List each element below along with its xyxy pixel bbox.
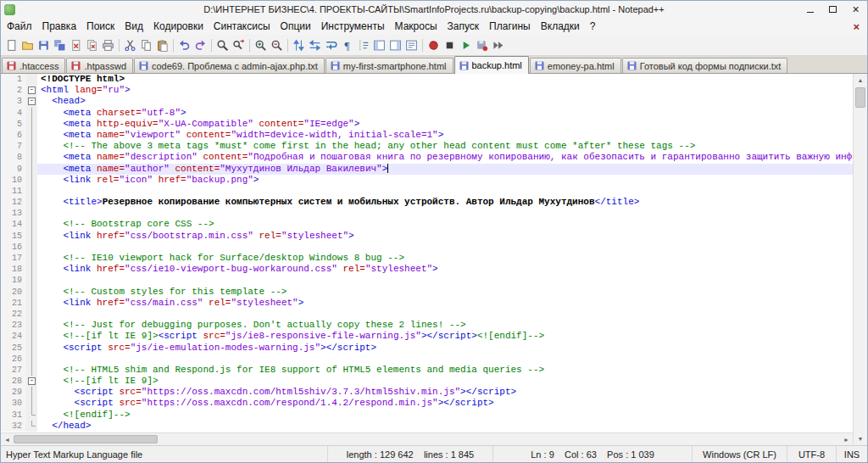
new-file-button[interactable] bbox=[3, 37, 19, 53]
maximize-button[interactable] bbox=[821, 1, 844, 18]
replace-button[interactable] bbox=[231, 37, 247, 53]
code-line-text[interactable]: <!-- Just for debugging purposes. Don't … bbox=[37, 320, 853, 331]
sync-vertical-scroll-button[interactable] bbox=[291, 37, 307, 53]
code-line-text[interactable]: <!-- Bootstrap core CSS --> bbox=[37, 219, 853, 230]
menu-tabs[interactable]: Вкладки bbox=[536, 19, 585, 34]
fold-collapse-icon[interactable]: - bbox=[28, 98, 36, 105]
horizontal-scroll-thumb[interactable] bbox=[14, 435, 158, 443]
code-line-text[interactable]: <!-- Custom styles for this template --> bbox=[37, 287, 853, 298]
code-line-text[interactable]: <!DOCTYPE html> bbox=[37, 74, 853, 85]
save-button[interactable] bbox=[36, 37, 52, 53]
code-area[interactable]: 1<!DOCTYPE html>2-<html lang="ru">3- <he… bbox=[1, 74, 853, 432]
code-line-text[interactable]: <head> bbox=[37, 96, 853, 107]
menu-encoding[interactable]: Кодировки bbox=[148, 19, 209, 34]
print-button[interactable] bbox=[100, 37, 116, 53]
code-line-text[interactable]: <html lang="ru"> bbox=[37, 85, 853, 96]
menu-edit[interactable]: Правка bbox=[37, 19, 82, 34]
save-all-button[interactable] bbox=[52, 37, 68, 53]
status-encoding[interactable]: UTF-8 bbox=[787, 446, 837, 462]
macro-record-button[interactable] bbox=[426, 37, 442, 53]
redo-button[interactable] bbox=[192, 37, 209, 53]
scroll-down-arrow-icon[interactable]: ▼ bbox=[854, 432, 867, 445]
code-line-text[interactable] bbox=[37, 186, 853, 197]
horizontal-scrollbar[interactable]: ◄ ► bbox=[1, 432, 853, 445]
sync-horizontal-scroll-button[interactable] bbox=[307, 37, 323, 53]
open-button[interactable] bbox=[19, 37, 36, 53]
zoom-out-button[interactable] bbox=[269, 37, 285, 53]
code-line-text[interactable] bbox=[37, 309, 853, 320]
doc-switcher-button[interactable] bbox=[403, 37, 420, 53]
document-map-button[interactable] bbox=[387, 37, 403, 53]
code-line-text[interactable] bbox=[37, 275, 853, 286]
scroll-left-arrow-icon[interactable]: ◄ bbox=[1, 433, 14, 445]
close-button[interactable] bbox=[68, 37, 84, 53]
code-line-text[interactable] bbox=[37, 354, 853, 365]
menu-tools[interactable]: Инструменты bbox=[316, 19, 390, 34]
fold-collapse-icon[interactable]: - bbox=[28, 377, 36, 385]
minimize-button[interactable] bbox=[798, 1, 821, 18]
fold-collapse-icon[interactable]: - bbox=[28, 86, 36, 94]
code-line-text[interactable]: <meta http-equiv="X-UA-Compatible" conte… bbox=[37, 119, 853, 130]
menubar-close-icon[interactable]: × bbox=[849, 20, 863, 33]
code-line-text[interactable]: <![endif]--> bbox=[37, 410, 853, 421]
code-line-text[interactable]: </head> bbox=[37, 421, 853, 432]
code-line-text[interactable]: <!-- IE10 viewport hack for Surface/desk… bbox=[37, 253, 853, 264]
scroll-right-arrow-icon[interactable]: ► bbox=[840, 433, 853, 445]
status-eol-format[interactable]: Windows (CR LF) bbox=[693, 446, 787, 462]
code-line-text[interactable]: <!-- The above 3 meta tags *must* come f… bbox=[37, 141, 853, 152]
code-line-text[interactable]: <link href="css/bootstrap.min.css" rel="… bbox=[37, 231, 853, 242]
code-line-text[interactable]: <link href="css/main.css" rel="styleshee… bbox=[37, 298, 853, 309]
menu-run[interactable]: Запуск bbox=[442, 19, 485, 34]
code-line-text[interactable]: <meta name="author" content="Мухутдинов … bbox=[37, 164, 853, 175]
code-line-text[interactable]: <script src="js/ie-emulation-modes-warni… bbox=[37, 343, 853, 354]
scroll-up-arrow-icon[interactable]: ▲ bbox=[854, 74, 867, 86]
code-line-text[interactable]: <meta name="description" content="Подроб… bbox=[37, 152, 853, 163]
menu-macro[interactable]: Макросы bbox=[390, 19, 442, 34]
macro-run-button[interactable] bbox=[490, 37, 506, 53]
undo-button[interactable] bbox=[176, 37, 192, 53]
tab-6[interactable]: emoney-pa.html bbox=[530, 58, 621, 73]
code-line-text[interactable] bbox=[37, 208, 853, 219]
menu-view[interactable]: Вид bbox=[120, 19, 148, 34]
tab-4[interactable]: my-first-smartphone.html bbox=[326, 58, 453, 73]
paste-button[interactable] bbox=[154, 37, 170, 53]
menu-plugins[interactable]: Плагины bbox=[484, 19, 536, 34]
show-indent-guide-button[interactable] bbox=[355, 37, 371, 53]
menu-language[interactable]: Синтаксисы bbox=[209, 19, 275, 34]
code-line-text[interactable]: <script src="https://oss.maxcdn.com/html… bbox=[37, 387, 853, 398]
code-line-text[interactable]: <meta name="viewport" content="width=dev… bbox=[37, 130, 853, 141]
menu-search[interactable]: Поиск bbox=[81, 19, 120, 34]
word-wrap-button[interactable] bbox=[323, 37, 339, 53]
zoom-in-button[interactable] bbox=[253, 37, 269, 53]
copy-button[interactable] bbox=[138, 37, 154, 53]
cut-button[interactable] bbox=[122, 37, 138, 53]
close-all-button[interactable] bbox=[84, 37, 100, 53]
function-list-button[interactable] bbox=[371, 37, 387, 53]
tab-2[interactable]: .htpasswd bbox=[66, 58, 133, 73]
vertical-scrollbar[interactable]: ▲ ▼ bbox=[853, 74, 867, 445]
code-line-text[interactable]: <link rel="icon" href="backup.png"> bbox=[37, 175, 853, 186]
menu-help[interactable]: ? bbox=[585, 19, 601, 34]
tab-7[interactable]: Готовый код формы подписки.txt bbox=[622, 58, 788, 73]
find-button[interactable] bbox=[214, 37, 231, 53]
macro-stop-button[interactable] bbox=[442, 37, 458, 53]
show-all-characters-button[interactable]: ¶ bbox=[339, 37, 355, 53]
menu-settings[interactable]: Опции bbox=[275, 19, 316, 34]
code-line-text[interactable]: <title>Резервное копирование компьютерны… bbox=[37, 197, 853, 208]
macro-play-button[interactable] bbox=[458, 37, 474, 53]
tab-1[interactable]: .htaccess bbox=[2, 58, 65, 73]
code-line-text[interactable]: <!--[if lt IE 9]> bbox=[37, 376, 853, 387]
status-insert-mode[interactable]: INS bbox=[837, 446, 867, 462]
macro-save-button[interactable] bbox=[474, 37, 490, 53]
code-line-text[interactable] bbox=[37, 242, 853, 253]
code-line-text[interactable]: <meta charset="utf-8"> bbox=[37, 108, 853, 119]
tab-3[interactable]: code69. Проблема с admin-ajax.php.txt bbox=[134, 58, 325, 73]
code-line-text[interactable]: <!-- HTML5 shim and Respond.js for IE8 s… bbox=[37, 365, 853, 376]
menu-file[interactable]: Файл bbox=[2, 19, 37, 34]
vertical-scroll-thumb[interactable] bbox=[855, 87, 865, 108]
code-line-text[interactable]: <link href="css/ie10-viewport-bug-workar… bbox=[37, 264, 853, 275]
code-line-text[interactable]: <!--[if lt IE 9]><script src="js/ie8-res… bbox=[37, 331, 853, 342]
close-button[interactable]: × bbox=[844, 1, 867, 18]
tab-5[interactable]: backup.html bbox=[454, 56, 529, 74]
code-line-text[interactable]: <script src="https://oss.maxcdn.com/resp… bbox=[37, 398, 853, 409]
